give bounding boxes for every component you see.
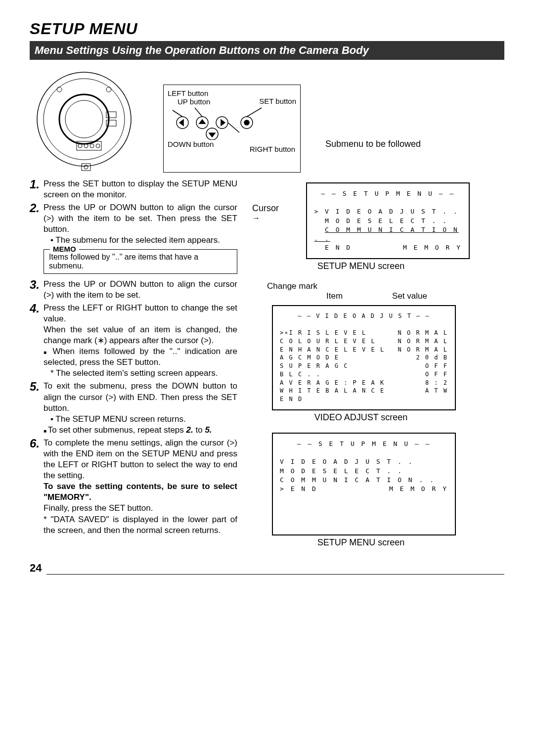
step-text: To complete the menu settings, align the… — [44, 438, 237, 536]
svg-rect-9 — [82, 164, 90, 171]
svg-line-23 — [247, 108, 262, 117]
step-text: To exit the submenu, press the DOWN butt… — [44, 381, 237, 435]
svg-point-3 — [65, 100, 103, 138]
setup-menu-screen-1: – – S E T U P M E N U – – > V I D E O A … — [306, 182, 470, 259]
submenu-followed-label: Submenu to be followed — [325, 139, 421, 174]
set-value-label: Set value — [392, 291, 427, 301]
step-number: 2. — [30, 202, 44, 246]
setup-menu-screen-2: – – S E T U P M E N U – – V I D E O A D … — [272, 433, 456, 535]
svg-line-22 — [195, 108, 202, 117]
svg-line-21 — [173, 110, 182, 117]
step-number: 3. — [30, 279, 44, 301]
svg-point-2 — [59, 94, 109, 144]
svg-point-12 — [106, 87, 111, 92]
step-text: Press the SET button to display the SETU… — [44, 178, 237, 200]
svg-point-19 — [244, 120, 249, 125]
svg-point-1 — [44, 79, 125, 160]
section-heading: Menu Settings Using the Operation Button… — [30, 41, 504, 60]
memo-title: MEMO — [50, 245, 79, 253]
cursor-label: Cursor — [252, 203, 279, 213]
item-label: Item — [326, 291, 343, 301]
memo-text: Items followed by ".." are items that ha… — [49, 253, 198, 270]
change-mark-label: Change mark — [267, 281, 317, 291]
instructions-column: 1.Press the SET button to display the SE… — [30, 178, 237, 558]
footer-rule — [46, 574, 504, 575]
step-number: 1. — [30, 178, 44, 200]
button-labels-box: LEFT button UP button SET button RIGHT b… — [163, 85, 301, 173]
svg-point-0 — [37, 72, 131, 166]
step-text: Press the UP or DOWN button to align the… — [44, 202, 237, 246]
screens-column: Cursor → – – S E T U P M E N U – – > V I… — [252, 178, 470, 558]
step-number: 6. — [30, 438, 44, 536]
step-text: Press the LEFT or RIGHT button to change… — [44, 303, 237, 379]
svg-point-8 — [96, 144, 100, 148]
video-adjust-screen: – – V I D E O A D J U S T – – >∗I R I S … — [272, 305, 456, 410]
svg-point-11 — [57, 87, 62, 92]
svg-point-5 — [78, 144, 82, 148]
step-number: 4. — [30, 303, 44, 379]
screen-caption: VIDEO ADJUST screen — [252, 412, 470, 423]
screen-caption: SETUP MENU screen — [252, 261, 470, 271]
right-button-label: RIGHT button — [250, 145, 295, 153]
page-title: SETUP MENU — [30, 20, 504, 38]
camera-body-diagram — [30, 65, 158, 174]
memo-box: MEMO Items followed by ".." are items th… — [44, 249, 237, 274]
page-number: 24 — [30, 562, 42, 575]
left-button-label: LEFT button — [168, 89, 296, 97]
svg-line-24 — [228, 123, 239, 133]
svg-point-7 — [90, 144, 94, 148]
step-text: Press the UP or DOWN button to align the… — [44, 279, 237, 301]
step-number: 5. — [30, 381, 44, 435]
button-icons — [168, 105, 286, 140]
screen-caption: SETUP MENU screen — [252, 537, 470, 548]
